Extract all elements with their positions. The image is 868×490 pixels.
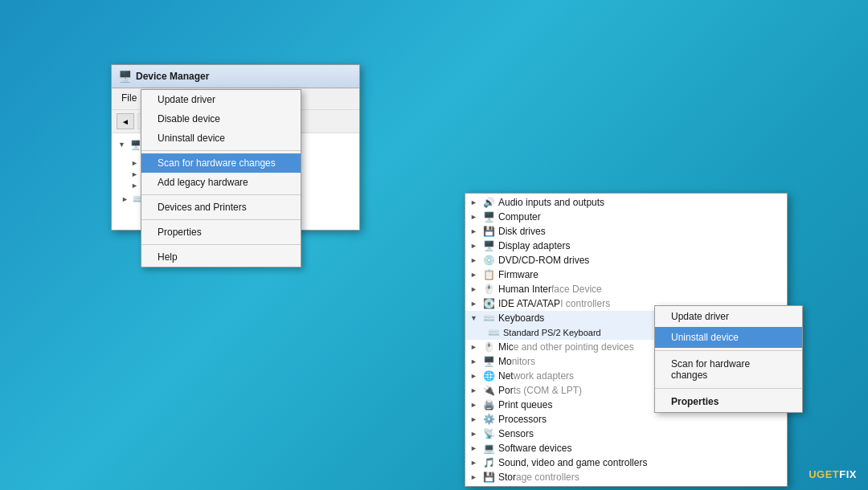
chevron-icon: ► [470,372,480,380]
hid-icon: 🖱️ [483,284,495,295]
ctx-properties[interactable]: Properties [655,391,787,412]
list-item-dvd[interactable]: ► 💿 DVD/CD-ROM drives [465,253,787,267]
firmware-label: Firmware [498,269,538,280]
keyboard-device-icon: ⌨️ [488,327,500,338]
display-label: Display adapters [498,240,570,251]
mice-label: Mice and other pointing devices [498,341,634,353]
storage-label: Storage controllers [498,472,579,483]
window-title: Device Manager [136,71,209,82]
list-item-disk[interactable]: ► 💾 Disk drives [465,224,787,239]
processor-icon: ⚙️ [483,414,495,425]
dropdown-scan-hardware[interactable]: Scan for hardware changes [141,153,301,173]
disk-icon: 💾 [483,226,495,237]
chevron-icon: ► [470,285,480,293]
keyboard-device-label: Standard PS/2 Keyboard [503,328,601,337]
processors-label: Processors [498,414,547,425]
chevron-icon: ► [131,159,139,167]
chevron-icon: ► [470,256,480,264]
watermark-prefix: UGET [809,468,839,480]
computer-icon: 🖥️ [483,211,495,223]
window-titlebar: 🖥️ Device Manager [112,65,359,88]
list-item-processors[interactable]: ► ⚙️ Processors [465,412,787,427]
list-item-audio[interactable]: ► 🔊 Audio inputs and outputs [465,195,787,210]
chevron-icon: ► [131,170,139,178]
ctx-update-driver[interactable]: Update driver [655,306,787,327]
chevron-icon: ► [470,473,480,481]
list-item-display[interactable]: ► 🖥️ Display adapters [465,239,787,253]
software-icon: 💻 [483,443,495,454]
dropdown-disable-device[interactable]: Disable device [141,109,301,129]
chevron-icon: ► [470,242,480,250]
menu-file[interactable]: File [115,90,143,108]
keyboards-label: Keyboards [498,312,544,324]
chevron-icon: ► [470,300,480,308]
network-icon: 🌐 [483,370,495,382]
list-item-computer[interactable]: ► 🖥️ Computer [465,210,787,224]
chevron-icon: ► [121,195,129,203]
sensor-icon: 📡 [483,428,495,439]
monitor-icon: 🖥️ [483,356,495,367]
dvd-label: DVD/CD-ROM drives [498,255,589,266]
list-item-hid[interactable]: ► 🖱️ Human Interface Device [465,282,787,296]
ctx-uninstall-device[interactable]: Uninstall device [655,327,787,348]
ide-label: IDE ATA/ATAPI controllers [498,298,610,309]
ctx-separator-1 [655,350,787,351]
dropdown-separator-3 [141,219,301,220]
right-window-content: ► 🔊 Audio inputs and outputs ► 🖥️ Comput… [465,194,787,486]
audio-label: Audio inputs and outputs [498,197,604,208]
ctx-separator-2 [655,388,787,389]
disk-label: Disk drives [498,226,546,237]
firmware-icon: 📋 [483,269,495,280]
chevron-icon: ▼ [470,314,480,322]
dropdown-separator-1 [141,150,301,151]
ports-label: Ports (COM & LPT) [498,385,582,396]
list-item-firmware[interactable]: ► 📋 Firmware [465,267,787,282]
storage-icon: 💾 [483,472,495,483]
mice-icon: 🖱️ [483,341,495,353]
hid-label: Human Interface Device [498,284,602,295]
chevron-icon: ► [131,182,139,190]
dropdown-update-driver[interactable]: Update driver [141,90,301,109]
chevron-icon: ► [470,271,480,279]
chevron-icon: ► [470,430,480,438]
chevron-icon: ► [470,343,480,351]
chevron-icon: ► [470,444,480,452]
chevron-icon: ▼ [118,141,126,149]
display-icon: 🖥️ [483,240,495,251]
audio-icon: 🔊 [483,197,495,208]
watermark-suffix: FIX [839,468,857,480]
dropdown-help[interactable]: Help [141,247,301,267]
dvd-icon: 💿 [483,255,495,266]
sensors-label: Sensors [498,428,534,439]
dropdown-add-legacy[interactable]: Add legacy hardware [141,173,301,192]
computer-label: Computer [498,211,541,223]
ctx-scan-hardware[interactable]: Scan for hardware changes [655,353,787,386]
watermark: UGETFIX [809,468,857,480]
ide-icon: 💽 [483,298,495,309]
chevron-icon: ► [470,357,480,365]
chevron-icon: ► [470,459,480,467]
chevron-icon: ► [470,213,480,221]
list-item-software[interactable]: ► 💻 Software devices [465,441,787,455]
print-label: Print queues [498,399,552,410]
chevron-icon: ► [470,198,480,206]
sound-label: Sound, video and game controllers [498,457,647,468]
chevron-icon: ► [470,227,480,235]
chevron-icon: ► [470,415,480,423]
software-label: Software devices [498,443,571,454]
chevron-icon: ► [470,386,480,394]
device-manager-right-window: ► 🔊 Audio inputs and outputs ► 🖥️ Comput… [465,193,788,487]
list-item-sound[interactable]: ► 🎵 Sound, video and game controllers [465,455,787,470]
back-button[interactable]: ◄ [117,113,134,129]
window-icon: 🖥️ [118,70,131,83]
dropdown-devices-printers[interactable]: Devices and Printers [141,198,301,217]
list-item-sensors[interactable]: ► 📡 Sensors [465,427,787,441]
action-dropdown-menu: Update driver Disable device Uninstall d… [141,89,301,267]
dropdown-separator-4 [141,244,301,245]
list-item-storage[interactable]: ► 💾 Storage controllers [465,470,787,484]
ports-icon: 🔌 [483,385,495,396]
dropdown-uninstall-device[interactable]: Uninstall device [141,129,301,148]
dropdown-properties[interactable]: Properties [141,223,301,242]
monitors-label: Monitors [498,356,535,367]
print-icon: 🖨️ [483,399,495,410]
